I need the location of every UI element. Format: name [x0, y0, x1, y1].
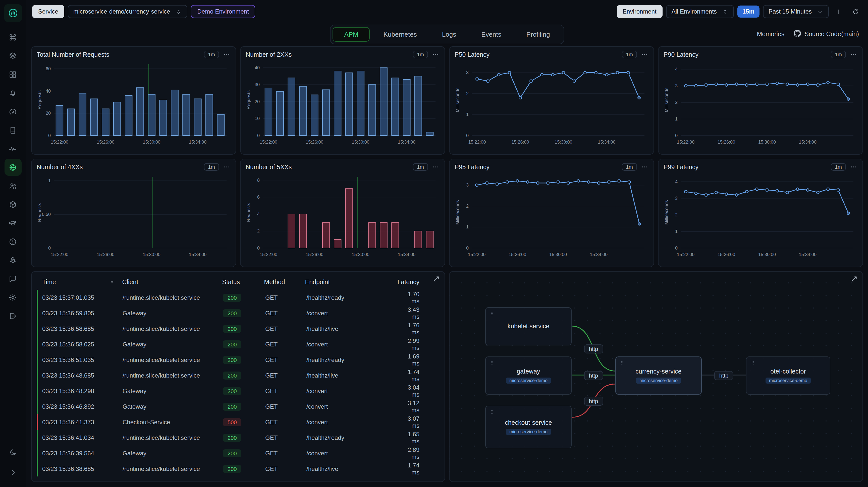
tab-events[interactable]: Events [470, 27, 513, 41]
rollup-interval-badge[interactable]: 1m [204, 163, 219, 171]
cell-latency: 1.74 ms [399, 368, 444, 382]
drag-handle-icon[interactable] [489, 360, 495, 365]
sidebar-item-rocket-icon[interactable] [4, 252, 21, 269]
table-row[interactable]: 03/23 15:36:58.025Gateway200GET/convert2… [37, 336, 444, 352]
rollup-interval-badge[interactable]: 1m [622, 163, 637, 171]
sidebar-item-activity-icon[interactable] [4, 140, 21, 157]
column-method[interactable]: Method [264, 279, 305, 286]
tab-logs[interactable]: Logs [431, 27, 468, 41]
drag-handle-icon[interactable] [619, 360, 625, 365]
service-node-currency[interactable]: currency-servicemicroservice-demo [615, 356, 702, 395]
rollup-interval-badge[interactable]: 1m [413, 51, 428, 58]
cell-time: 03/23 15:36:58.025 [42, 340, 123, 348]
updown-icon [722, 8, 728, 15]
sidebar-item-chat-icon[interactable] [4, 270, 21, 287]
sidebar-item-bell-icon[interactable] [4, 84, 21, 101]
service-node-gateway[interactable]: gatewaymicroservice-demo [485, 356, 571, 395]
rollup-interval-badge[interactable]: 1m [831, 163, 846, 171]
rollup-interval-badge[interactable]: 1m [413, 163, 428, 171]
tab-profiling[interactable]: Profiling [515, 27, 562, 41]
sidebar-item-command-icon[interactable] [4, 29, 21, 46]
cell-endpoint: /healthz/ready [306, 434, 399, 441]
svg-text:0: 0 [257, 133, 260, 138]
rollup-interval-badge[interactable]: 1m [831, 51, 846, 58]
sidebar-item-apps-icon[interactable] [4, 66, 21, 83]
svg-text:15:34:00: 15:34:00 [598, 139, 615, 144]
service-scope-button[interactable]: Service [32, 5, 64, 18]
app-logo[interactable] [4, 4, 22, 22]
table-row[interactable]: 03/23 15:36:41.373Checkout-Service500GET… [37, 414, 444, 430]
memories-link[interactable]: Memories [757, 31, 784, 38]
svg-text:15:22:00: 15:22:00 [468, 139, 486, 144]
time-range-chip[interactable]: 15m [737, 5, 760, 18]
chart-menu-icon[interactable] [432, 51, 439, 58]
chart-title: P50 Latency [455, 51, 490, 58]
service-node-checkout[interactable]: checkout-servicemicroservice-demo [485, 406, 571, 448]
sidebar-item-users-icon[interactable] [4, 177, 21, 194]
svg-text:0: 0 [48, 246, 51, 251]
drag-handle-icon[interactable] [750, 360, 755, 365]
chart-menu-icon[interactable] [641, 51, 649, 58]
time-range-selector[interactable]: Past 15 Minutes [763, 5, 829, 18]
sidebar-moon-icon[interactable] [4, 444, 21, 461]
drag-handle-icon[interactable] [489, 311, 495, 316]
svg-text:60: 60 [46, 66, 51, 71]
chart-canvas: 01234Milliseconds15:22:0015:26:0015:30:0… [663, 59, 858, 148]
svg-text:1: 1 [675, 229, 678, 234]
column-client[interactable]: Client [122, 279, 222, 286]
source-code-link[interactable]: Source Code(main) [794, 30, 859, 39]
chart-menu-icon[interactable] [850, 51, 858, 58]
column-endpoint[interactable]: Endpoint [305, 279, 397, 286]
drag-handle-icon[interactable] [489, 409, 495, 415]
service-node-label: checkout-service [505, 419, 552, 426]
table-row[interactable]: 03/23 15:36:41.034/runtime.slice/kubelet… [37, 430, 444, 445]
sidebar-item-incident-icon[interactable] [4, 233, 21, 250]
table-row[interactable]: 03/23 15:36:51.035/runtime.slice/kubelet… [37, 352, 444, 367]
table-row[interactable]: 03/23 15:36:38.685/runtime.slice/kubelet… [37, 461, 444, 477]
rollup-interval-badge[interactable]: 1m [622, 51, 637, 58]
svg-text:3: 3 [675, 196, 678, 201]
chart-menu-icon[interactable] [432, 163, 439, 171]
tab-apm[interactable]: APM [333, 27, 370, 41]
table-row[interactable]: 03/23 15:37:01.035/runtime.slice/kubelet… [37, 290, 444, 305]
chart-menu-icon[interactable] [641, 163, 649, 171]
expand-map-button[interactable] [851, 275, 858, 282]
demo-environment-badge[interactable]: Demo Environment [191, 5, 255, 18]
sidebar-item-layers-icon[interactable] [4, 47, 21, 64]
service-selector[interactable]: microservice-demo/currency-service [68, 5, 187, 18]
sidebar-item-gauge-icon[interactable] [4, 103, 21, 120]
sidebar-item-book-icon[interactable] [4, 122, 21, 138]
service-node-kubelet[interactable]: kubelet.service [485, 307, 571, 346]
sidebar-item-globe-icon[interactable] [4, 159, 21, 176]
sidebar-item-logout-icon[interactable] [4, 307, 21, 324]
table-row[interactable]: 03/23 15:36:46.892Gateway200GET/convert3… [37, 399, 444, 414]
sidebar-item-planet-icon[interactable] [4, 215, 21, 231]
pause-button[interactable] [832, 5, 845, 18]
chart-menu-icon[interactable] [850, 163, 858, 171]
expand-table-button[interactable] [433, 275, 439, 282]
service-node-otel[interactable]: otel-collectormicroservice-demo [746, 356, 830, 395]
chart-menu-icon[interactable] [223, 163, 230, 171]
refresh-button[interactable] [849, 5, 862, 18]
cell-method: GET [265, 340, 306, 348]
table-row[interactable]: 03/23 15:36:58.685/runtime.slice/kubelet… [37, 321, 444, 336]
status-badge: 200 [223, 371, 241, 379]
table-row[interactable]: 03/23 15:36:39.564Gateway200GET/convert2… [37, 445, 444, 461]
column-time[interactable]: Time [42, 279, 56, 286]
table-row[interactable]: 03/23 15:36:48.298Gateway200GET/convert3… [37, 383, 444, 399]
sidebar-item-gear-icon[interactable] [4, 289, 21, 306]
chart-menu-icon[interactable] [223, 51, 230, 58]
environment-scope-button[interactable]: Environment [617, 5, 662, 18]
sort-desc-icon[interactable] [109, 279, 115, 285]
cell-client: /runtime.slice/kubelet.service [123, 465, 223, 472]
rollup-interval-badge[interactable]: 1m [204, 51, 219, 58]
environment-selector[interactable]: All Environments [666, 5, 734, 18]
chart-title: Number of 4XXs [37, 163, 83, 170]
sidebar-item-module-icon[interactable] [4, 196, 21, 213]
table-row[interactable]: 03/23 15:36:48.685/runtime.slice/kubelet… [37, 367, 444, 383]
cell-method: GET [265, 310, 306, 317]
sidebar-chevright-icon[interactable] [4, 464, 21, 481]
tab-kubernetes[interactable]: Kubernetes [372, 27, 429, 41]
table-row[interactable]: 03/23 15:36:59.805Gateway200GET/convert3… [37, 305, 444, 321]
column-status[interactable]: Status [222, 279, 264, 286]
